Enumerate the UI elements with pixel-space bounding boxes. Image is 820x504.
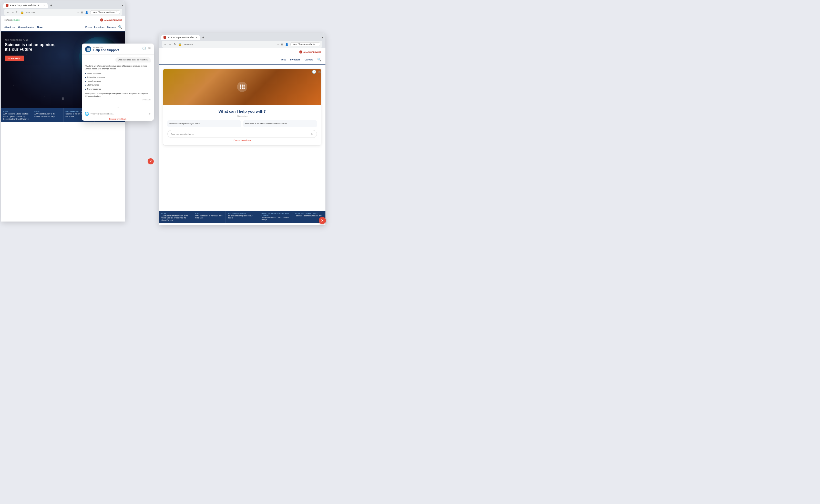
news-item-2[interactable]: NEWS AXA's contribution to the Osaka 202… <box>32 108 63 122</box>
bot-list-item-1: Health Insurance <box>85 71 151 75</box>
bot-timestamp: 24/02/2025 <box>85 99 151 101</box>
news-title-2-5: Heatwave Readiness Guidance 2024 <box>295 215 323 217</box>
hero-read-more[interactable]: READ MORE <box>5 56 24 61</box>
profile-icon[interactable]: 👤 <box>85 11 88 14</box>
widget-hero-bg <box>163 69 321 105</box>
chat-label: AI Assistant <box>93 46 140 48</box>
widget-icons-2: 🕐 ✉ <box>312 70 321 74</box>
news-title-2-2: AXA's contribution to the Osaka 2025 Wor… <box>195 215 223 219</box>
widget-close-btn-2[interactable]: ✕ <box>319 217 326 224</box>
news-cat-1: NEWS <box>3 110 30 112</box>
hero-progress <box>55 103 72 103</box>
chat-header: AI Assistant Help and Support 🕐 ✉ <box>82 44 154 55</box>
chat-globe-icon[interactable]: 🌐 <box>85 112 89 116</box>
nav-news[interactable]: News <box>37 26 43 28</box>
back-icon-2[interactable]: ← <box>164 43 167 46</box>
reload-icon-2[interactable]: ↻ <box>174 43 176 46</box>
axa-news-strip-2: NEWS AXA supports artistic creation at t… <box>159 211 325 223</box>
chat-input[interactable] <box>90 113 147 115</box>
bot-response-1: At Allianz, we offer a comprehensive ran… <box>85 65 151 101</box>
news-item-2-2[interactable]: NEWS AXA's contribution to the Osaka 202… <box>192 211 225 223</box>
widget-history-icon[interactable]: 🕐 <box>312 70 316 74</box>
axa-site-2: A AXA WORLDWIDE Press Investors Careers … <box>159 49 325 223</box>
bookmark-icon-2[interactable]: ☆ <box>277 43 279 46</box>
profile-icon-2[interactable]: 👤 <box>285 43 288 46</box>
stock-price: €37.280 (+0.49%) <box>4 19 20 21</box>
chrome-available-btn-2[interactable]: New Chrome available ⋮ <box>290 42 320 46</box>
nav-about-us[interactable]: About Us <box>4 26 15 28</box>
browser-tab-2[interactable]: AXA's Corporate Website ✕ <box>161 35 200 40</box>
back-icon[interactable]: ← <box>6 11 9 14</box>
tab-arrow-1[interactable]: ▾ <box>122 4 123 7</box>
news-item-1[interactable]: NEWS AXA supports artistic creation at t… <box>1 108 32 122</box>
ai-widget-2: What can I help you with? AI Assistant W… <box>163 69 321 145</box>
extensions-icon[interactable]: ⊞ <box>81 11 83 14</box>
bot-list-item-3: Home Insurance <box>85 79 151 83</box>
url-display-1[interactable]: axa.com <box>26 11 75 14</box>
chrome-available-btn-1[interactable]: New Chrome available ⋮ <box>90 10 120 14</box>
progress-dot-2 <box>61 103 66 103</box>
bot-list: Health Insurance Automobile Insurance Ho… <box>85 71 151 91</box>
reload-icon[interactable]: ↻ <box>16 11 18 14</box>
nav-press-2[interactable]: Press <box>280 58 286 61</box>
chrome-available-more-2[interactable]: ⋮ <box>316 43 318 46</box>
tab-favicon-1 <box>6 4 8 7</box>
chrome-available-more[interactable]: ⋮ <box>116 11 118 14</box>
news-cat-2-3: AXA RESEARCH FUND <box>228 213 256 214</box>
axa-worldwide-2[interactable]: A AXA WORLDWIDE <box>299 50 321 54</box>
chrome-available-label-2: New Chrome available <box>293 43 315 46</box>
tab-close-2[interactable]: ✕ <box>195 36 197 39</box>
worldwide-label-2: AXA WORLDWIDE <box>303 51 321 53</box>
widget-suggestion-2[interactable]: How much is the Premium fee for the insu… <box>243 120 317 127</box>
chat-send-btn[interactable]: ➤ <box>148 112 151 116</box>
widget-send-btn[interactable]: ➤ <box>310 132 314 136</box>
browser-chrome-1: AXA's Corporate Website | A… ✕ + ▾ ← → ↻… <box>1 1 125 16</box>
widget-mail-icon[interactable]: ✉ <box>318 70 321 74</box>
news-cat-2-4: INSIDE THE CORNER OFFICE NEW PODCAST <box>262 213 289 216</box>
bookmark-icon[interactable]: ☆ <box>77 11 79 14</box>
chat-close-btn[interactable]: ✕ <box>148 158 154 164</box>
news-item-2-3[interactable]: AXA RESEARCH FUND Science is not an opin… <box>225 211 259 223</box>
news-item-2-1[interactable]: NEWS AXA supports artistic creation at t… <box>159 211 192 223</box>
tab-close-1[interactable]: ✕ <box>43 4 45 7</box>
chat-mail-icon[interactable]: ✉ <box>148 47 151 50</box>
extensions-icon-2[interactable]: ⊞ <box>281 43 283 46</box>
chat-collapse-btn[interactable]: ∧ <box>82 105 154 110</box>
hero-pause-btn[interactable]: ⏸ <box>61 97 65 101</box>
axa-logo-sm: A <box>100 18 103 22</box>
nav-careers[interactable]: Careers <box>107 26 116 28</box>
news-item-2-4[interactable]: INSIDE THE CORNER OFFICE NEW PODCAST Wit… <box>259 211 292 223</box>
new-tab-button-1[interactable]: + <box>49 3 54 8</box>
nav-press[interactable]: Press <box>85 26 92 28</box>
bot-list-item-5: Travel Insurance <box>85 87 151 91</box>
browser-tab-1[interactable]: AXA's Corporate Website | A… ✕ <box>3 3 48 8</box>
news-title-2-3: Science is not an opinion, it's our Futu… <box>228 215 256 219</box>
widget-input[interactable] <box>171 133 308 135</box>
forward-icon-2[interactable]: → <box>169 43 172 46</box>
chat-header-icons: 🕐 ✉ <box>142 47 151 50</box>
tab-arrow-2[interactable]: ▾ <box>322 36 323 39</box>
widget-logo-2 <box>237 82 247 92</box>
search-icon-2[interactable]: 🔍 <box>317 58 321 61</box>
news-title-2-4: With Arthur Sadoun, CEO of Publicis Grou… <box>262 216 289 221</box>
search-icon-1[interactable]: 🔍 <box>118 25 122 29</box>
url-display-2[interactable]: axa.com <box>184 43 275 46</box>
axa-worldwide-1[interactable]: A AXA WORLDWIDE <box>100 18 122 22</box>
nav-investors-2[interactable]: Investors <box>290 58 300 61</box>
nav-investors[interactable]: Investors <box>94 26 104 28</box>
stock-change: (+0.49%) <box>12 19 20 21</box>
nav-commitments[interactable]: Commitments <box>18 26 34 28</box>
new-tab-button-2[interactable]: + <box>201 35 206 40</box>
chat-history-icon[interactable]: 🕐 <box>142 47 146 50</box>
widget-input-row: ➤ <box>167 130 317 138</box>
axa-logo-sm-2: A <box>299 50 302 54</box>
nav-careers-2[interactable]: Careers <box>304 58 313 61</box>
nav-right-1: Press Investors Careers 🔍 <box>85 25 122 29</box>
bot-intro: At Allianz, we offer a comprehensive ran… <box>85 65 147 70</box>
widget-suggestion-1[interactable]: What insurance plans do you offer? <box>167 120 241 127</box>
omni-actions-2: ☆ ⊞ 👤 New Chrome available ⋮ <box>277 42 320 46</box>
news-cat-2-2: NEWS <box>195 213 223 214</box>
forward-icon[interactable]: → <box>11 11 14 14</box>
hero-label: AXA RESEARCH FUND <box>5 39 56 41</box>
lock-icon-2: 🔒 <box>178 43 182 46</box>
